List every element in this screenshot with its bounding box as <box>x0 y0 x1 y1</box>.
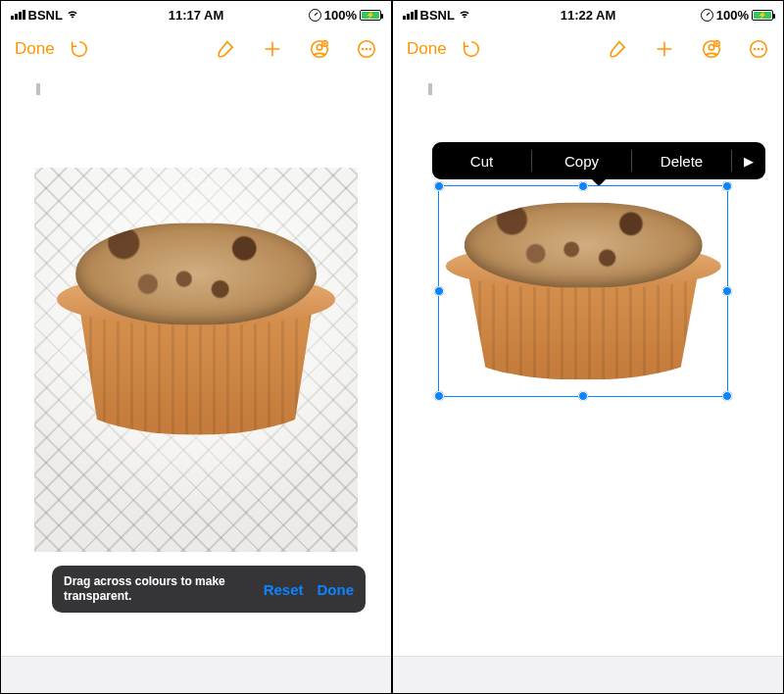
document-canvas[interactable]: Drag across colours to make transparent.… <box>1 70 391 656</box>
more-icon[interactable] <box>356 38 377 60</box>
svg-point-8 <box>709 44 714 50</box>
done-button[interactable]: Done <box>407 39 447 59</box>
text-cursor <box>36 83 40 95</box>
instant-alpha-done-button[interactable]: Done <box>318 581 355 598</box>
svg-point-5 <box>366 48 368 50</box>
battery-percent: 100% <box>324 8 357 23</box>
share-person-icon[interactable] <box>309 38 330 60</box>
phone-right: BSNL 11:22 AM 100% ⚡ Done <box>392 0 784 694</box>
clock-label: 11:17 AM <box>169 8 224 23</box>
resize-handle-bottom-right[interactable] <box>722 391 732 401</box>
plus-icon[interactable] <box>262 38 283 60</box>
share-person-icon[interactable] <box>701 38 722 60</box>
svg-point-11 <box>754 48 756 50</box>
instant-alpha-message: Drag across colours to make transparent. <box>64 574 264 604</box>
resize-handle-middle-left[interactable] <box>434 286 444 296</box>
brush-icon[interactable] <box>215 38 236 60</box>
resize-handle-bottom-left[interactable] <box>434 391 444 401</box>
muffin-image <box>62 214 330 444</box>
dual-screenshot-container: BSNL 11:17 AM 100% ⚡ Done <box>0 0 784 694</box>
carrier-label: BSNL <box>420 8 455 23</box>
wifi-icon <box>458 7 471 24</box>
resize-handle-top-right[interactable] <box>722 181 732 191</box>
instant-alpha-toast: Drag across colours to make transparent.… <box>52 566 366 613</box>
more-icon[interactable] <box>748 38 769 60</box>
signal-icon <box>403 10 417 20</box>
svg-point-12 <box>758 48 760 50</box>
toolbar: Done <box>1 28 391 70</box>
context-menu-cut[interactable]: Cut <box>432 153 531 170</box>
status-bar: BSNL 11:17 AM 100% ⚡ <box>1 1 391 28</box>
toolbar: Done <box>393 28 783 70</box>
done-button[interactable]: Done <box>15 39 55 59</box>
wifi-icon <box>66 7 79 24</box>
resize-handle-top-middle[interactable] <box>578 181 588 191</box>
plus-icon[interactable] <box>654 38 675 60</box>
carrier-label: BSNL <box>28 8 63 23</box>
context-menu: Cut Copy Delete ▶ <box>432 142 765 179</box>
document-canvas[interactable]: Cut Copy Delete ▶ <box>393 70 783 656</box>
resize-handle-middle-right[interactable] <box>722 286 732 296</box>
status-bar: BSNL 11:22 AM 100% ⚡ <box>393 1 783 28</box>
text-cursor <box>428 83 432 95</box>
menu-more-arrow-icon[interactable]: ▶ <box>732 154 765 169</box>
brush-icon[interactable] <box>607 38 628 60</box>
muffin-image-transparent <box>451 195 715 388</box>
selected-image-frame[interactable] <box>438 185 728 397</box>
clock-label: 11:22 AM <box>561 8 616 23</box>
status-left: BSNL <box>403 7 471 24</box>
phone-left: BSNL 11:17 AM 100% ⚡ Done <box>0 0 392 694</box>
clock-badge-icon <box>309 9 321 22</box>
clock-badge-icon <box>701 9 713 22</box>
status-right: 100% ⚡ <box>701 8 773 23</box>
signal-icon <box>11 10 25 20</box>
bottom-bar <box>1 656 391 693</box>
svg-point-4 <box>362 48 364 50</box>
context-menu-delete[interactable]: Delete <box>632 153 731 170</box>
undo-icon[interactable] <box>461 38 482 60</box>
status-right: 100% ⚡ <box>309 8 381 23</box>
image-with-background[interactable] <box>34 168 358 552</box>
battery-percent: 100% <box>716 8 749 23</box>
context-menu-copy[interactable]: Copy <box>532 153 631 170</box>
svg-point-1 <box>317 44 322 50</box>
svg-point-13 <box>760 48 762 50</box>
battery-icon: ⚡ <box>752 10 773 21</box>
instant-alpha-reset-button[interactable]: Reset <box>264 581 304 598</box>
resize-handle-top-left[interactable] <box>434 181 444 191</box>
undo-icon[interactable] <box>69 38 90 60</box>
status-left: BSNL <box>11 7 79 24</box>
svg-point-6 <box>368 48 370 50</box>
battery-icon: ⚡ <box>360 10 381 21</box>
resize-handle-bottom-middle[interactable] <box>578 391 588 401</box>
bottom-bar <box>393 656 783 693</box>
